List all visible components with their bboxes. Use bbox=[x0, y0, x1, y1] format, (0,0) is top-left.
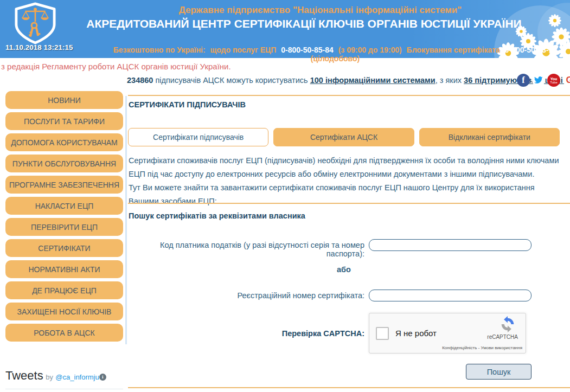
tweets-by-label: by bbox=[46, 373, 53, 381]
captcha-label: Перевірка CAPTCHA: bbox=[128, 329, 364, 338]
sidebar-item-service-points[interactable]: ПУНКТИ ОБСЛУГОВУВАННЯ bbox=[5, 155, 123, 172]
search-button[interactable]: Пошук bbox=[466, 364, 531, 380]
tab-acsk-certificates[interactable]: Сертифікати АЦСК bbox=[273, 128, 414, 146]
divider bbox=[128, 203, 570, 204]
sidebar-item-certificates[interactable]: СЕРТИФІКАТИ bbox=[5, 239, 123, 257]
sidebar-item-jobs[interactable]: РОБОТА В АЦСК bbox=[5, 324, 123, 342]
tweets-widget-header: Tweets by @ca_informjui bbox=[5, 369, 125, 383]
recaptcha-logo-icon bbox=[499, 316, 516, 332]
recaptcha-privacy-terms-links[interactable]: Конфіденційність - Умови використання bbox=[442, 345, 522, 350]
info-systems-link[interactable]: 100 інформаційними системами bbox=[310, 76, 435, 85]
sidebar-menu: НОВИНИ ПОСЛУГИ ТА ТАРИФИ ДОПОМОГА КОРИСТ… bbox=[5, 91, 123, 345]
tax-code-input[interactable] bbox=[369, 239, 531, 251]
sidebar-item-services-tariffs[interactable]: ПОСЛУГИ ТА ТАРИФИ bbox=[5, 112, 123, 130]
certificate-tabs: Сертифікати підписувачів Сертифікати АЦС… bbox=[128, 128, 560, 146]
sidebar-item-apply-signature[interactable]: НАКЛАСТИ ЕЦП bbox=[5, 197, 123, 215]
sidebar-item-protected-media[interactable]: ЗАХИЩЕНІ НОСІЇ КЛЮЧІВ bbox=[5, 303, 123, 320]
info-label-free: Безкоштовно по Україні: bbox=[113, 46, 206, 54]
info-hours-blocking: (цілодобово) bbox=[311, 54, 360, 63]
download-paragraph: Тут Ви можете знайти та завантажити серт… bbox=[129, 181, 566, 208]
divider bbox=[128, 387, 570, 388]
header-datetime: 11.10.2018 13:21:15 bbox=[5, 43, 73, 52]
content-left-divider bbox=[125, 96, 127, 344]
google-plus-icon[interactable]: G bbox=[563, 74, 570, 87]
header-title: АКРЕДИТОВАНИЙ ЦЕНТР СЕРТИФІКАЦІЇ КЛЮЧІВ … bbox=[38, 17, 570, 30]
twitter-icon[interactable] bbox=[532, 74, 545, 87]
news-ticker: з редакція Регламенту роботи АЦСК органі… bbox=[1, 62, 231, 71]
facebook-icon[interactable]: f bbox=[517, 74, 530, 87]
recaptcha-widget: Я не робот reCAPTCHA Конфіденційність - … bbox=[369, 313, 526, 354]
header-org-line: Державне підприємство "Національні інфор… bbox=[71, 5, 570, 16]
youtube-icon[interactable]: You Tube bbox=[547, 74, 560, 87]
header: 11.10.2018 13:21:15 Державне підприємств… bbox=[0, 0, 570, 58]
page-title: СЕРТИФІКАТИ ПІДПИСУВАЧІВ bbox=[129, 100, 246, 109]
tab-subscriber-certificates[interactable]: Сертифікати підписувачів bbox=[128, 128, 268, 146]
tax-code-label: Код платника податків (у разі відсутност… bbox=[128, 241, 364, 258]
sidebar-item-regulations[interactable]: НОРМАТИВНІ АКТИ bbox=[5, 260, 123, 278]
header-info-line: Безкоштовно по Україні: щодо послуг ЕЦП … bbox=[103, 46, 570, 63]
cert-number-input[interactable] bbox=[369, 290, 531, 301]
info-label-blocking: Блокування сертифіката bbox=[407, 46, 500, 54]
sidebar-item-user-help[interactable]: ДОПОМОГА КОРИСТУВАЧАМ bbox=[5, 133, 123, 151]
page: 11.10.2018 13:21:15 Державне підприємств… bbox=[0, 0, 570, 392]
sidebar-item-where-works[interactable]: ДЕ ПРАЦЮЄ ЕЦП bbox=[5, 281, 123, 299]
info-label-services: щодо послуг ЕЦП bbox=[210, 46, 277, 54]
divider bbox=[128, 95, 570, 96]
divider bbox=[5, 389, 123, 389]
search-section-title: Пошук сертифікатів за реквізитами власни… bbox=[129, 211, 305, 220]
tweets-title: Tweets bbox=[5, 369, 43, 382]
or-label: або bbox=[128, 265, 560, 274]
sidebar-item-news[interactable]: НОВИНИ bbox=[5, 91, 123, 109]
tab-revoked-certificates[interactable]: Відкликані сертифікати bbox=[419, 128, 560, 146]
recaptcha-checkbox[interactable] bbox=[376, 327, 389, 340]
sidebar-item-verify-signature[interactable]: ПЕРЕВІРИТИ ЕЦП bbox=[5, 218, 123, 236]
subscribers-count: 234860 bbox=[127, 76, 153, 85]
cert-number-label: Реєстраційний номер сертифіката: bbox=[128, 291, 364, 300]
twitter-handle-link[interactable]: @ca_informju bbox=[55, 373, 99, 381]
recaptcha-checkbox-label: Я не робот bbox=[395, 329, 437, 338]
intro-paragraph: Сертифікати споживачів послуг ЕЦП (підпи… bbox=[129, 154, 566, 181]
sidebar-item-software[interactable]: ПРОГРАМНЕ ЗАБЕЗПЕЧЕННЯ bbox=[5, 176, 123, 194]
recaptcha-brand: reCAPTCHA bbox=[487, 334, 518, 340]
phone-number-blocking: 0-800-50-13-10 bbox=[505, 46, 558, 54]
info-hours-services: (з 09:00 до 19:00) bbox=[338, 46, 402, 54]
phone-number-services: 0-800-50-85-84 bbox=[281, 46, 334, 54]
subscribers-stats-line: 234860 підписувачів АЦСК можуть користув… bbox=[127, 76, 570, 85]
info-icon[interactable]: i bbox=[99, 374, 106, 381]
